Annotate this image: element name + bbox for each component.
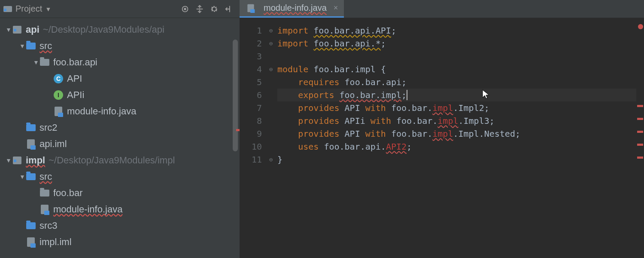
tree-item[interactable]: ▼impl~/Desktop/Java9Modules/impl <box>0 152 240 169</box>
tree-item[interactable]: ▼CAPI <box>0 71 240 87</box>
code-token: API2 <box>386 141 407 152</box>
code-line[interactable]: provides APIi with foo.bar.impl.Impl3; <box>277 114 636 127</box>
code-token: provides <box>277 103 345 113</box>
tree-item[interactable]: ▼IAPIi <box>0 87 240 103</box>
tree-item[interactable]: ▼module-info.java <box>0 103 240 120</box>
fold-icon[interactable]: ⊖ <box>266 153 276 166</box>
code-content[interactable]: import foo.bar.api.API;import foo.bar.ap… <box>276 18 636 258</box>
tree-label: api <box>26 24 39 35</box>
code-token: impl <box>432 103 453 113</box>
tree-label: APIi <box>67 89 84 101</box>
tree-item[interactable]: ▼foo.bar <box>0 185 240 201</box>
java-file-icon <box>39 205 50 214</box>
editor-area: module-info.java × 1234567891011 ⊖⊖⊖⊖ im… <box>240 0 644 258</box>
expand-arrow-icon[interactable]: ▼ <box>5 26 12 33</box>
code-line[interactable]: requires foo.bar.api; <box>277 76 636 89</box>
tree-item[interactable]: ▼module-info.java <box>0 201 240 218</box>
expand-arrow-icon[interactable]: ▼ <box>19 173 26 180</box>
code-token: foo.bar.api. <box>324 141 386 152</box>
error-marker[interactable] <box>637 144 643 146</box>
code-token: ; <box>381 38 386 49</box>
fold-icon <box>266 114 276 127</box>
java-file-icon <box>53 107 64 116</box>
code-token: impl <box>437 116 458 126</box>
java-file-icon <box>246 3 256 13</box>
code-token: import <box>277 38 313 49</box>
tree-label: src3 <box>39 220 58 231</box>
code-token: requires <box>277 77 345 87</box>
tree-label: module-info.java <box>53 204 122 215</box>
code-token: .Impl2; <box>453 103 489 113</box>
project-title[interactable]: Project <box>15 4 42 14</box>
tab-module-info[interactable]: module-info.java × <box>240 0 344 18</box>
code-token: provides <box>277 116 345 126</box>
close-icon[interactable]: × <box>334 3 338 12</box>
code-token: API <box>345 103 365 113</box>
fold-icon[interactable]: ⊖ <box>266 24 276 37</box>
code-token: .Impl.Nested; <box>453 129 520 139</box>
locate-icon[interactable] <box>178 2 192 16</box>
tree-label: src2 <box>39 122 58 133</box>
scrollbar[interactable] <box>233 40 238 151</box>
java-file-icon <box>26 237 36 247</box>
tree-item[interactable]: ▼api.iml <box>0 136 240 152</box>
code-token: ; <box>407 141 412 152</box>
folder-blue-icon <box>26 221 36 230</box>
collapse-icon[interactable] <box>192 2 207 16</box>
code-line[interactable]: uses foo.bar.api.API2; <box>277 140 636 153</box>
text-caret <box>407 90 407 100</box>
editor-tabs: module-info.java × <box>240 0 644 18</box>
error-marker[interactable] <box>637 105 643 107</box>
code-line[interactable]: module foo.bar.impl { <box>277 63 636 76</box>
error-summary-icon[interactable] <box>638 24 643 29</box>
fold-gutter[interactable]: ⊖⊖⊖⊖ <box>266 18 276 258</box>
code-editor[interactable]: 1234567891011 ⊖⊖⊖⊖ import foo.bar.api.AP… <box>240 18 644 258</box>
tree-item[interactable]: ▼impl.iml <box>0 234 240 250</box>
code-line[interactable]: provides API with foo.bar.impl.Impl2; <box>277 101 636 114</box>
project-header: Project ▼ <box>0 0 240 18</box>
tree-label: API <box>67 73 82 84</box>
code-line[interactable]: exports foo.bar.impl; <box>277 89 636 101</box>
error-marker-rail[interactable] <box>636 18 644 258</box>
code-line[interactable]: } <box>277 153 636 166</box>
error-marker[interactable] <box>637 118 643 120</box>
chevron-down-icon[interactable]: ▼ <box>46 6 50 12</box>
expand-arrow-icon[interactable]: ▼ <box>19 43 26 49</box>
tree-item[interactable]: ▼src3 <box>0 218 240 234</box>
tree-item[interactable]: ▼src <box>0 169 240 185</box>
tree-item[interactable]: ▼api~/Desktop/Java9Modules/api <box>0 22 240 38</box>
tree-path: ~/Desktop/Java9Modules/api <box>43 24 164 35</box>
code-token: with <box>365 103 391 113</box>
tree-item[interactable]: ▼src2 <box>0 120 240 136</box>
hide-icon[interactable] <box>222 2 236 16</box>
folder-grey-icon <box>39 188 50 198</box>
error-marker[interactable] <box>637 131 643 133</box>
code-token: exports <box>277 90 340 100</box>
expand-arrow-icon[interactable]: ▼ <box>33 59 39 66</box>
code-line[interactable]: provides API with foo.bar.impl.Impl.Nest… <box>277 127 636 140</box>
code-line[interactable]: import foo.bar.api.API; <box>277 24 636 37</box>
tree-label: impl.iml <box>39 236 72 248</box>
expand-arrow-icon[interactable]: ▼ <box>5 157 12 164</box>
line-number-gutter: 1234567891011 <box>240 18 266 258</box>
code-token: } <box>277 154 283 165</box>
module-icon <box>12 25 22 34</box>
code-token: ; <box>391 25 396 36</box>
code-line[interactable]: import foo.bar.api.*; <box>277 37 636 50</box>
error-marker[interactable] <box>637 157 643 159</box>
tree-item[interactable]: ▼src <box>0 38 240 54</box>
code-token: ; <box>401 90 407 100</box>
module-icon <box>12 156 22 165</box>
code-token: import <box>277 25 313 36</box>
class-c-icon: C <box>53 74 64 83</box>
gear-icon[interactable] <box>207 2 222 16</box>
project-icon <box>3 5 12 13</box>
fold-icon[interactable]: ⊖ <box>266 37 276 50</box>
fold-icon <box>266 76 276 89</box>
project-tree[interactable]: ▼api~/Desktop/Java9Modules/api▼src▼foo.b… <box>0 18 240 250</box>
fold-icon <box>266 50 276 63</box>
tree-item[interactable]: ▼foo.bar.api <box>0 54 240 71</box>
fold-icon[interactable]: ⊖ <box>266 63 276 76</box>
code-token: foo.bar.api; <box>345 77 407 87</box>
code-line[interactable] <box>277 50 636 63</box>
